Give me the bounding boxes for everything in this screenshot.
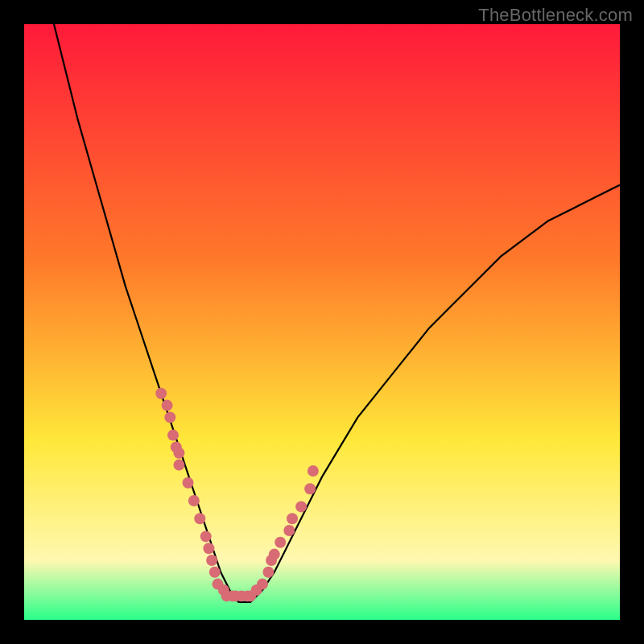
sample-dot [164,411,175,423]
sample-dot [167,430,179,441]
sample-dot [173,460,184,471]
sample-dot [262,567,274,578]
sample-dot [257,579,268,590]
sample-dot [162,400,173,411]
sample-dot [200,530,212,542]
chart-background [24,24,620,620]
sample-dot [206,555,217,566]
sample-dot [295,501,307,512]
chart-plot-area [24,24,620,620]
sample-dot [275,537,286,548]
sample-dot [188,495,200,506]
watermark-text: TheBottleneck.com [478,5,633,26]
sample-dot [287,513,298,524]
sample-dot [194,513,205,524]
sample-dot [304,483,316,494]
bottleneck-curve-chart [24,24,620,620]
sample-dot [283,525,295,536]
sample-dot [308,465,319,477]
sample-dot [173,448,184,459]
sample-dot [203,543,214,554]
sample-dot [269,549,280,560]
sample-dot [155,388,167,399]
sample-dot [183,477,194,489]
sample-dot [209,567,221,578]
